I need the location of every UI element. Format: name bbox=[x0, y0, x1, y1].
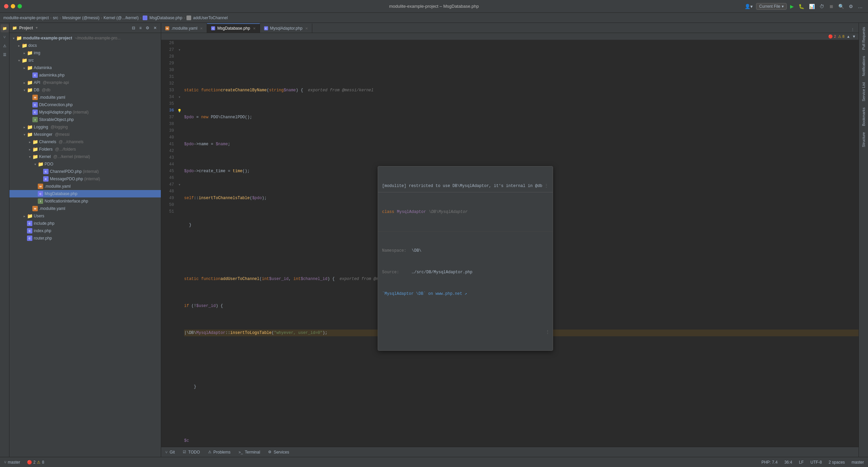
settings-button[interactable]: ⚙ bbox=[847, 3, 855, 10]
bottom-tab-terminal[interactable]: >_ Terminal bbox=[234, 447, 264, 457]
tree-item-kernel[interactable]: 📁 Kernel @.../kernel (internal) bbox=[9, 153, 161, 160]
sidebar-icon-structure[interactable]: ☰ bbox=[1, 51, 9, 59]
tree-item-router[interactable]: C router.php bbox=[9, 235, 161, 242]
popup-class-keyword: class bbox=[382, 209, 394, 215]
search-button[interactable]: 🔍 bbox=[837, 3, 845, 10]
breadcrumb-src[interactable]: src bbox=[53, 15, 58, 20]
tree-item-src[interactable]: 📁 src bbox=[9, 57, 161, 64]
sidebar-pull-requests[interactable]: Pull Requests bbox=[862, 24, 866, 53]
breadcrumb-file[interactable]: MsgDatabase.php bbox=[149, 15, 182, 20]
tree-item-pdo[interactable]: 📁 PDO bbox=[9, 160, 161, 168]
profile-button[interactable]: ⏱ bbox=[818, 3, 826, 10]
status-problems[interactable]: 🔴 2 ⚠ 8 bbox=[26, 459, 46, 465]
panel-close-button[interactable]: ✕ bbox=[152, 25, 158, 31]
tree-item-messinger[interactable]: 📁 Messinger @messi bbox=[9, 131, 161, 138]
collapse-all-button[interactable]: ⊟ bbox=[131, 25, 137, 31]
breadcrumb-kernel[interactable]: Kernel (@.../kernel) bbox=[104, 15, 139, 20]
tree-arrow bbox=[22, 65, 27, 70]
tree-item-img[interactable]: 📁 img bbox=[9, 49, 161, 57]
tree-item-logging[interactable]: 📁 Logging @logging bbox=[9, 123, 161, 131]
tree-item-index[interactable]: C index.php bbox=[9, 227, 161, 235]
tree-item-channels[interactable]: 📁 Channels @.../channels bbox=[9, 138, 161, 146]
tab-modulite-yaml[interactable]: M .modulite.yaml ✕ bbox=[161, 23, 207, 33]
code-editor[interactable]: static function createChannelByName(stri… bbox=[183, 40, 859, 447]
debug-button[interactable]: 🐛 bbox=[797, 3, 806, 10]
breadcrumb-project[interactable]: modulite-example-project bbox=[3, 15, 49, 20]
vcs-button[interactable]: 👤▾ bbox=[743, 3, 754, 10]
fold-icon-34[interactable]: ▾ bbox=[179, 95, 180, 99]
tree-item-folders[interactable]: 📁 Folders @.../folders bbox=[9, 146, 161, 153]
status-indent[interactable]: 2 spaces bbox=[827, 459, 846, 465]
fold-icon-47[interactable]: ▾ bbox=[179, 183, 180, 186]
tree-item-docs[interactable]: 📁 docs bbox=[9, 42, 161, 49]
sidebar-icon-problems[interactable]: ⚠ bbox=[1, 42, 9, 50]
tree-item-channelpdo[interactable]: C ChannelPDO.php (internal) bbox=[9, 168, 161, 175]
panel-settings-button[interactable]: ⚙ bbox=[144, 25, 151, 31]
editor-scroll[interactable]: 26 27 28 29 30 31 32 33 34 35 36 37 38 3… bbox=[161, 40, 859, 447]
popup-php-net-link[interactable]: `MysqlAdaptor \DB` on www.php.net ↗ bbox=[382, 290, 467, 297]
tab-msgdatabase[interactable]: C MsgDatabase.php ✕ bbox=[207, 23, 260, 33]
tab-more-button[interactable]: ⋮ bbox=[849, 27, 856, 33]
tab-close-msgdatabase[interactable]: ✕ bbox=[253, 27, 256, 30]
tree-item-adaminka[interactable]: 📁 Adaminka bbox=[9, 64, 161, 71]
tree-item-include[interactable]: C include.php bbox=[9, 220, 161, 227]
status-cursor[interactable]: 36:4 bbox=[783, 459, 793, 465]
close-button[interactable] bbox=[4, 4, 8, 8]
tab-close-modulite[interactable]: ✕ bbox=[200, 27, 203, 30]
folder-icon: 📁 bbox=[22, 58, 27, 63]
sidebar-icon-vcs[interactable]: ⑂ bbox=[1, 33, 9, 41]
fold-icon-27[interactable]: ▾ bbox=[179, 48, 180, 52]
php-tab-icon2: C bbox=[264, 26, 268, 30]
sidebar-bookmarks[interactable]: Bookmarks bbox=[862, 105, 866, 129]
tree-item-adaminka-php[interactable]: C adaminka.php bbox=[9, 71, 161, 79]
tree-item-db-modulite[interactable]: M .modulite.yaml bbox=[9, 94, 161, 101]
more-button[interactable]: … bbox=[857, 3, 864, 10]
bottom-tab-problems[interactable]: ⚠ Problems bbox=[204, 447, 235, 457]
sidebar-service-list[interactable]: Service List bbox=[862, 80, 866, 104]
popup-link-row[interactable]: `MysqlAdaptor \DB` on www.php.net ↗ bbox=[382, 290, 549, 298]
status-php[interactable]: PHP: 7.4 bbox=[760, 459, 779, 465]
tree-item-root[interactable]: 📁 modulite-example-project ~/modulite-ex… bbox=[9, 34, 161, 42]
panel-dropdown-arrow[interactable]: ▾ bbox=[36, 26, 38, 30]
minimize-button[interactable] bbox=[11, 4, 15, 8]
bottom-tab-todo[interactable]: ☑ TODO bbox=[179, 447, 204, 457]
status-line-ending[interactable]: LF bbox=[798, 459, 805, 465]
nav-up-button[interactable]: ▲ bbox=[846, 34, 850, 38]
nav-down-button[interactable]: ▼ bbox=[852, 34, 856, 38]
tree-item-db[interactable]: 📁 DB @db bbox=[9, 86, 161, 94]
tree-item-users[interactable]: 📁 Users bbox=[9, 212, 161, 220]
coverage-button[interactable]: 📊 bbox=[808, 3, 816, 10]
sidebar-structure[interactable]: Structure bbox=[862, 129, 866, 150]
tree-item-mysqladaptor[interactable]: C MysqlAdaptor.php (internal) bbox=[9, 108, 161, 116]
main-layout: 📁 ⑂ ⚠ ☰ 📁 Project ▾ ⊟ ≡ ⚙ ✕ 📁 modulite-e… bbox=[0, 23, 868, 457]
status-branch-name[interactable]: master bbox=[850, 459, 865, 465]
scroll-to-source-button[interactable]: ≡ bbox=[138, 25, 143, 31]
tree-arrow bbox=[22, 236, 27, 241]
tree-item-messi-modulite[interactable]: M .modulite.yaml bbox=[9, 205, 161, 212]
tree-item-api[interactable]: 📁 API @example-api bbox=[9, 79, 161, 86]
bottom-tab-git[interactable]: ⑂ Git bbox=[161, 447, 179, 457]
tree-item-kernel-modulite[interactable]: M .modulite.yaml bbox=[9, 183, 161, 190]
tree-item-dbconnection[interactable]: C DbConnection.php bbox=[9, 101, 161, 108]
breadcrumb-messinger[interactable]: Messinger (@messi) bbox=[62, 15, 99, 20]
sidebar-notifications[interactable]: Notifications bbox=[862, 53, 866, 79]
tree-item-storableobject[interactable]: I StorableObject.php bbox=[9, 116, 161, 123]
tab-mysqladaptor[interactable]: C MysqlAdaptor.php ✕ bbox=[260, 23, 312, 33]
sidebar-icon-project[interactable]: 📁 bbox=[1, 24, 9, 32]
folder-icon: 📁 bbox=[27, 132, 32, 137]
stop-button[interactable]: ⏹ bbox=[828, 3, 835, 10]
maximize-button[interactable] bbox=[18, 4, 22, 8]
run-button[interactable]: ▶ bbox=[789, 3, 795, 10]
popup-footer-more[interactable]: ⋮ bbox=[545, 329, 550, 336]
bottom-tab-services[interactable]: ⚙ Services bbox=[264, 447, 293, 457]
tree-item-notificationiface[interactable]: I NotificationInterface.php bbox=[9, 197, 161, 205]
tree-label: MysqlAdaptor.php (internal) bbox=[39, 110, 89, 115]
tab-close-mysqladaptor[interactable]: ✕ bbox=[305, 27, 308, 30]
popup-more-button[interactable]: ⋮ bbox=[544, 183, 549, 189]
current-file-button[interactable]: Current File ▾ bbox=[756, 3, 787, 10]
tree-item-msgdatabase[interactable]: C MsgDatabase.php bbox=[9, 190, 161, 197]
tree-item-messagepdo[interactable]: C MessagePDO.php (internal) bbox=[9, 175, 161, 183]
status-vcs[interactable]: ⑂ master bbox=[3, 459, 22, 465]
breadcrumb-method[interactable]: addUserToChannel bbox=[193, 15, 228, 20]
status-encoding[interactable]: UTF-8 bbox=[809, 459, 823, 465]
